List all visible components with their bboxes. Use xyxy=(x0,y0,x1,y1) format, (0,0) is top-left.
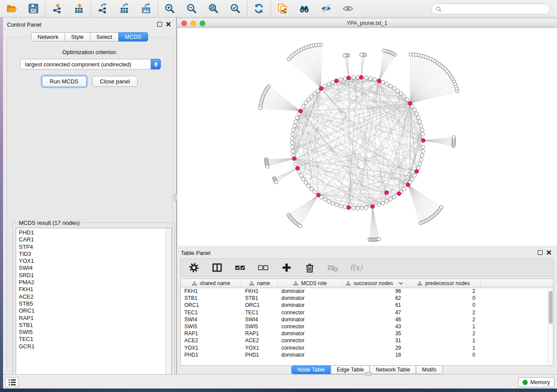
table-row-YOX1[interactable]: YOX1YOX1connector291 xyxy=(181,345,553,352)
mcds-tab-content: Optimization criterion: largest connecte… xyxy=(7,37,173,372)
cell: connector xyxy=(278,323,343,330)
save-session-icon[interactable] xyxy=(28,3,39,14)
zoom-in-icon[interactable] xyxy=(164,3,176,14)
cell: 46 xyxy=(343,316,407,323)
deselect-all-icon[interactable] xyxy=(258,262,269,273)
network-window-titlebar[interactable]: YPA_prune.txt_1 xyxy=(177,18,557,28)
list-scrollbar[interactable] xyxy=(166,228,171,385)
mcds-result-item[interactable]: ACE2 xyxy=(16,293,165,300)
delete-table-icon[interactable] xyxy=(327,262,339,273)
fit-content-icon[interactable] xyxy=(208,3,219,14)
column-header-filler xyxy=(481,279,553,288)
network-graph-svg[interactable] xyxy=(177,28,557,246)
refresh-view-icon[interactable] xyxy=(253,3,265,14)
float-table-panel-icon[interactable] xyxy=(538,250,543,255)
mcds-result-item[interactable]: TID3 xyxy=(16,251,165,258)
settings-gear-icon[interactable] xyxy=(188,262,200,273)
mcds-result-group: MCDS result (17 nodes) PHD1CAR1STP4TID3Y… xyxy=(13,223,175,389)
cell: YOX1 xyxy=(181,345,242,352)
mcds-result-item[interactable]: SRD1 xyxy=(16,272,165,279)
run-mcds-button[interactable]: Run MCDS xyxy=(42,76,86,87)
hide-graphics-details-icon[interactable] xyxy=(320,3,332,14)
search-binoculars-icon[interactable] xyxy=(298,3,310,14)
mcds-result-list[interactable]: PHD1CAR1STP4TID3YOX1SWI4SRD1PMA2FKH1ACE2… xyxy=(16,228,172,385)
tab-network-table[interactable]: Network Table xyxy=(370,365,416,374)
tab-edge-table[interactable]: Edge Table xyxy=(331,365,370,374)
birds-eye-view-icon[interactable] xyxy=(342,3,354,14)
clone-network-icon[interactable] xyxy=(277,3,288,14)
column-header-MCDS-role[interactable]: MCDS role xyxy=(278,279,343,288)
cell: 35 xyxy=(343,330,407,337)
import-network-icon[interactable] xyxy=(51,3,63,14)
cell: 43 xyxy=(343,323,407,330)
table-row-ACE2[interactable]: ACE2ACE2connector311 xyxy=(181,337,553,344)
table-row-SWI4[interactable]: SWI4SWI4dominator462 xyxy=(181,316,553,323)
table-row-PHD1[interactable]: PHD1PHD1dominator180 xyxy=(181,352,553,359)
memory-label: Memory xyxy=(530,379,550,385)
cell: dominator xyxy=(278,295,343,302)
mcds-result-item[interactable]: RAP1 xyxy=(16,315,165,322)
delete-column-icon[interactable] xyxy=(304,262,315,273)
table-toolbar: f(x) xyxy=(180,258,554,277)
column-header-name[interactable]: name xyxy=(242,279,278,288)
task-history-button[interactable] xyxy=(5,377,19,387)
mcds-result-item[interactable]: GCR1 xyxy=(16,343,165,350)
export-image-icon[interactable] xyxy=(140,3,152,14)
import-table-icon[interactable] xyxy=(73,3,85,14)
tab-mcds[interactable]: MCDS xyxy=(118,32,148,41)
mcds-result-item[interactable]: PMA2 xyxy=(16,279,165,286)
table-scrollbar[interactable] xyxy=(547,288,553,365)
cell: SWI5 xyxy=(181,323,242,330)
add-column-icon[interactable] xyxy=(281,262,292,273)
table-row-STB1[interactable]: STB1STB1dominator620 xyxy=(181,295,553,302)
network-canvas[interactable] xyxy=(177,28,557,246)
close-panel-button[interactable]: Close panel xyxy=(92,76,138,87)
close-panel-icon[interactable] xyxy=(166,22,171,27)
table-row-RAP1[interactable]: RAP1RAP1dominator352 xyxy=(181,330,553,337)
mcds-result-item[interactable]: FKH1 xyxy=(16,286,165,293)
export-network-icon[interactable] xyxy=(97,3,108,14)
criterion-dropdown[interactable]: largest connected component (undirected) xyxy=(20,59,161,69)
tab-network[interactable]: Network xyxy=(31,32,65,41)
tab-style[interactable]: Style xyxy=(65,32,90,41)
zoom-out-icon[interactable] xyxy=(186,3,197,14)
table-row-FKH1[interactable]: FKH1FKH1dominator962 xyxy=(181,288,553,295)
mcds-result-item[interactable]: CAR1 xyxy=(16,236,165,243)
mcds-result-item[interactable]: SWI4 xyxy=(16,265,165,272)
float-panel-icon[interactable] xyxy=(157,22,162,27)
cell: 1 xyxy=(407,323,481,330)
zoom-selected-icon[interactable] xyxy=(229,3,241,14)
select-all-icon[interactable] xyxy=(235,262,246,273)
mcds-result-item[interactable]: STP4 xyxy=(16,244,165,251)
table-row-TEC1[interactable]: TEC1TEC1connector472 xyxy=(181,309,553,316)
mcds-result-item[interactable]: YOX1 xyxy=(16,258,165,265)
cell: dominator xyxy=(278,316,343,323)
cell: 96 xyxy=(343,288,407,295)
cell: STB1 xyxy=(242,295,278,302)
mcds-result-item[interactable]: PHD1 xyxy=(16,229,165,236)
tab-motifs[interactable]: Motifs xyxy=(416,365,443,374)
column-header-predecessor-nodes[interactable]: predecessor nodes xyxy=(407,279,481,288)
memory-button[interactable]: Memory xyxy=(518,377,554,387)
function-builder-icon[interactable]: f(x) xyxy=(350,262,362,273)
optimization-criterion-label: Optimization criterion: xyxy=(7,49,173,55)
table-scroll-thumb[interactable] xyxy=(549,291,553,324)
close-table-panel-icon[interactable] xyxy=(547,250,551,255)
export-table-icon[interactable] xyxy=(118,3,130,14)
split-panel-icon[interactable] xyxy=(211,262,223,273)
open-session-icon[interactable] xyxy=(6,3,17,14)
mcds-result-item[interactable]: STB1 xyxy=(16,322,165,329)
tab-select[interactable]: Select xyxy=(90,32,119,41)
table-splitter-handle[interactable] xyxy=(365,372,372,375)
table-row-SWI5[interactable]: SWI5SWI5connector431 xyxy=(181,323,553,330)
column-header-shared-name[interactable]: shared name xyxy=(181,279,242,288)
column-header-successor-nodes[interactable]: successor nodes xyxy=(343,279,407,288)
table-body: FKH1FKH1dominator962STB1STB1dominator620… xyxy=(181,288,553,359)
search-input[interactable] xyxy=(444,4,547,14)
table-row-ORC1[interactable]: ORC1ORC1dominator610 xyxy=(181,302,553,309)
mcds-result-item[interactable]: SWI5 xyxy=(16,329,165,336)
tab-node-table[interactable]: Node Table xyxy=(291,365,331,374)
mcds-result-item[interactable]: TEC1 xyxy=(16,336,165,343)
mcds-result-item[interactable]: STB5 xyxy=(16,300,165,307)
mcds-result-item[interactable]: ORC1 xyxy=(16,307,165,314)
